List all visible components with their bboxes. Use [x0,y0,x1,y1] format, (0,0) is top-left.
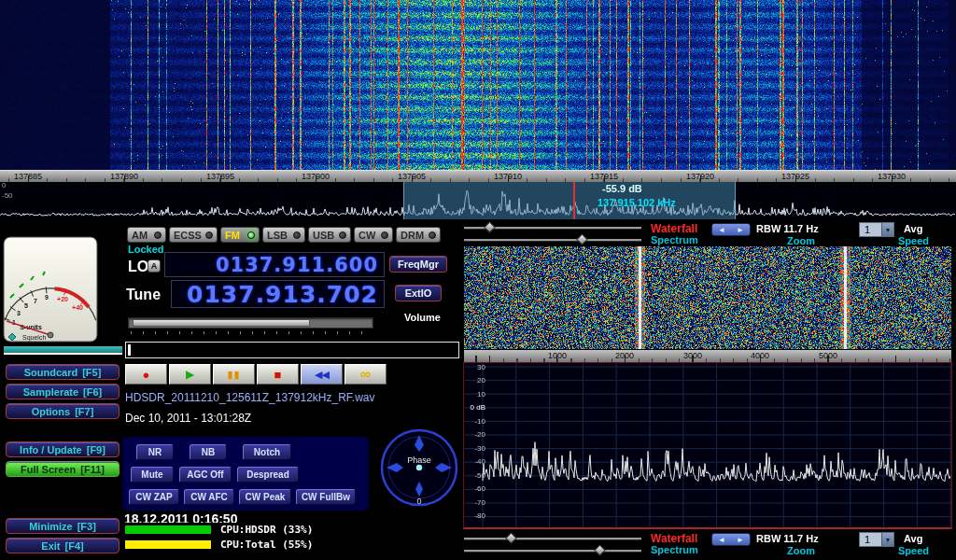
rewind-button[interactable]: ◀◀ [301,364,343,385]
button-hotkey: [F4] [65,540,84,552]
bottom-contrast-slider[interactable] [464,546,641,554]
play-button[interactable]: ▶ [169,364,211,385]
despread-button[interactable]: Despread [237,467,299,483]
audio-spectrum-panel[interactable]: 30 20 10 0 dB -10 -20 -30 -40 -50 -60 -7… [463,362,952,529]
speed-select-value: 1 [865,224,870,235]
pause-icon: ▮▮ [227,369,240,381]
zoom-band-highlight[interactable] [403,182,736,219]
zoom-label: Zoom [787,235,815,246]
s-meter[interactable]: 1 3 5 7 9 +20 +40 S-units Squelch [3,236,98,343]
tune-frequency-display[interactable]: 0137.913.702 [171,280,385,308]
lo-frequency-display[interactable]: 0137.911.600 [164,252,385,277]
record-button[interactable]: ● [125,364,167,385]
recording-progress-bar[interactable] [125,342,459,358]
nb-button[interactable]: NB [190,444,227,460]
button-hotkey: [F7] [75,406,93,417]
stop-button[interactable]: ■ [257,364,299,385]
slider-thumb[interactable] [484,221,496,233]
mode-button-lsb[interactable]: LSB [262,227,305,243]
audio-waterfall[interactable] [464,246,951,349]
mode-button-usb[interactable]: USB [308,227,351,243]
left-arrow-icon[interactable]: ◄ [718,226,725,234]
spectrum-tab[interactable]: Spectrum [651,234,698,245]
freqmgr-button[interactable]: FreqMgr [389,256,447,273]
waterfall-brightness-slider[interactable] [464,223,641,231]
frequency-ruler[interactable]: 137885 137890 137895 137900 137905 13791… [0,170,956,182]
lo-lock-badge[interactable]: A [148,259,161,273]
mode-button-drm[interactable]: DRM [396,227,441,243]
volume-slider-thumb[interactable] [133,319,310,327]
speed-select[interactable]: 1 ▼ [859,222,894,237]
db-axis-label: 0 dB [465,403,485,412]
dropdown-arrow-icon[interactable]: ▼ [881,533,893,546]
slider-thumb[interactable] [594,544,606,556]
right-arrow-icon[interactable]: ► [737,226,744,234]
mode-led-icon [247,231,255,239]
meter-scale-label: 9 [45,294,49,301]
mode-led-icon [381,231,388,239]
avg-label: Avg [904,223,922,234]
slider-groove [464,550,641,552]
squelch-label: Squelch [22,334,46,342]
mode-button-cw[interactable]: CW [354,227,393,243]
cw-fullbw-button[interactable]: CW FullBw [296,489,356,505]
slider-thumb[interactable] [505,532,517,544]
bottom-brightness-slider[interactable] [464,534,641,542]
phase-dial[interactable]: Phase 0 [379,427,459,508]
mode-label: FM [225,230,240,241]
phase-center-dot [416,465,422,470]
db-axis-label: -20 [465,430,485,439]
options-button[interactable]: Options[F7] [6,403,120,419]
mode-button-fm[interactable]: FM [220,227,260,243]
fullscreen-button[interactable]: Full Screen[F11] [6,461,120,477]
soundcard-button[interactable]: Soundcard[F5] [6,364,120,380]
volume-label: Volume [404,312,441,323]
dropdown-arrow-icon[interactable]: ▼ [881,223,893,236]
slider-thumb[interactable] [576,233,588,245]
extio-button[interactable]: ExtIO [395,285,442,301]
meter-scale-label: 3 [17,310,21,316]
db-axis-label: 20 [465,376,485,385]
volume-slider[interactable] [128,317,373,329]
cw-zap-button[interactable]: CW ZAP [129,489,179,505]
button-label: Options [32,406,71,417]
minimize-button[interactable]: Minimize[F3] [6,518,120,534]
mode-label: DRM [401,230,424,241]
meter-scale-label: 7 [34,298,37,304]
mute-button[interactable]: Mute [131,467,174,483]
dsp-row-2: Mute AGC Off Despread [131,467,299,483]
bottom-zoom-label: Zoom [787,545,815,556]
waterfall-contrast-slider[interactable] [464,235,641,244]
mode-button-am[interactable]: AM [127,227,166,243]
samplerate-button[interactable]: Samplerate[F6] [6,384,120,399]
info-update-button[interactable]: Info / Update[F9] [6,441,120,457]
phase-label: Phase [407,455,431,465]
loop-button[interactable]: ∞ [344,364,387,385]
mode-label: CW [358,230,375,241]
db-axis-label: -50 [465,471,485,480]
pause-button[interactable]: ▮▮ [213,364,255,385]
db-axis-label: -80 [465,511,485,520]
mode-button-ecss[interactable]: ECSS [169,227,218,243]
right-arrow-icon[interactable]: ► [737,536,744,544]
rf-spectrum-panel[interactable]: 0 -50 -55.9 dB 137.915.102 kHz [0,182,956,219]
bottom-waterfall-tab[interactable]: Waterfall [651,532,697,545]
button-label: Full Screen [21,464,76,475]
ruler-tick-label: 137895 [206,172,234,181]
notch-button[interactable]: Notch [243,444,291,460]
left-arrow-icon[interactable]: ◄ [718,536,725,544]
agc-off-button[interactable]: AGC Off [179,467,232,483]
cw-peak-button[interactable]: CW Peak [239,489,291,505]
cw-afc-button[interactable]: CW AFC [184,489,234,505]
bottom-spectrum-tab[interactable]: Spectrum [651,544,698,555]
hdsdr-window: 137885 137890 137895 137900 137905 13791… [0,0,956,560]
bottom-speed-select[interactable]: 1 ▼ [859,532,894,547]
bottom-avg-label: Avg [904,533,922,544]
ruler-tick-label: 137900 [302,172,330,181]
waterfall-tab[interactable]: Waterfall [651,222,697,235]
audio-frequency-scale[interactable]: 1000 2000 3000 4000 5000 [464,350,951,362]
exit-button[interactable]: Exit[F4] [6,538,120,553]
main-waterfall[interactable] [0,0,956,170]
button-hotkey: [F3] [77,521,96,532]
nr-button[interactable]: NR [136,444,174,460]
